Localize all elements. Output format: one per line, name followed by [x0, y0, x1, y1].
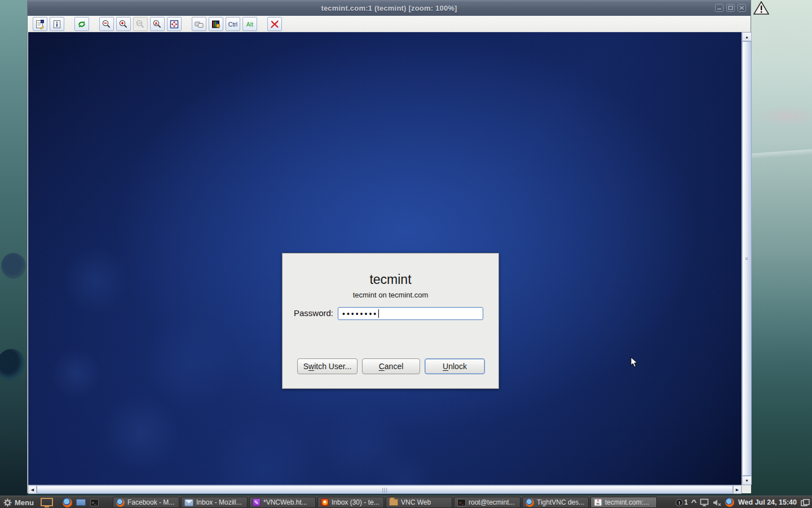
window-title: tecmint.com:1 (tecmint) [zoom: 100%] [321, 4, 457, 12]
terminal-launcher-icon[interactable]: >_ [88, 497, 100, 507]
alt-key-button[interactable]: Alt [242, 17, 257, 31]
refresh-icon[interactable] [74, 17, 89, 31]
horizontal-scrollbar[interactable]: ◀ ||| ▶ [28, 485, 742, 493]
bokeh-circle [51, 348, 102, 399]
notification-icon: ! [676, 499, 683, 506]
task-vncweb-editor[interactable]: ✎ *VNCWeb.ht... [249, 497, 316, 508]
svg-text:A: A [155, 21, 157, 25]
notification-count: 1 [684, 498, 688, 506]
firefox-icon [116, 498, 125, 507]
ctrl-alt-del-icon[interactable] [209, 17, 223, 31]
task-list: Facebook - M... Inbox - Mozill... ✎ *VNC… [113, 497, 657, 508]
ctrl-key-label: Ctrl [228, 21, 237, 28]
scroll-left-button[interactable]: ◀ [28, 485, 37, 494]
firefox-icon [526, 498, 534, 507]
desktop-wallpaper-right [751, 0, 812, 508]
task-inbox-mozilla[interactable]: Inbox - Mozill... [181, 497, 248, 508]
minimize-button[interactable] [715, 4, 723, 12]
display-tray-icon[interactable] [700, 498, 709, 506]
dialog-subtitle: tecmint on tecmint.com [283, 291, 498, 299]
water-droplet [0, 349, 26, 382]
scroll-up-button[interactable]: ▲ [742, 32, 752, 41]
maximize-button[interactable] [726, 4, 735, 12]
viewer-toolbar: 100 A Ctrl Alt [28, 16, 751, 32]
remote-desktop: tecmint tecmint on tecmint.com Password:… [28, 32, 742, 485]
svg-text:nc: nc [597, 502, 600, 505]
folder-icon [389, 499, 398, 506]
close-button[interactable] [738, 4, 746, 12]
password-label: Password: [283, 308, 333, 318]
zoom-auto-icon[interactable]: A [150, 17, 165, 31]
window-controls [715, 4, 746, 12]
task-root-terminal[interactable]: >_ root@tecmint... [454, 497, 520, 508]
water-droplet [1, 253, 26, 279]
bokeh-circle [209, 416, 316, 485]
clock[interactable]: Wed Jul 24, 15:40 [738, 498, 797, 506]
firefox-launcher-icon[interactable] [61, 497, 73, 507]
password-input[interactable]: •••••••• [338, 307, 483, 320]
text-caret [378, 309, 379, 318]
thumb-grip: ||| [382, 487, 387, 492]
menu-label: Menu [15, 498, 34, 507]
alt-key-label: Alt [246, 21, 253, 28]
full-screen-icon[interactable] [167, 17, 182, 31]
volume-muted-icon[interactable] [713, 499, 721, 506]
horizontal-scroll-thumb[interactable]: ||| [37, 485, 733, 494]
vertical-scroll-thumb[interactable]: ≡ [742, 41, 752, 476]
unlock-button[interactable]: Unlock [425, 358, 485, 374]
terminal-icon: >_ [457, 499, 466, 506]
workspace-switcher-icon[interactable] [801, 499, 810, 506]
connection-info-icon[interactable] [50, 17, 64, 31]
warning-triangle-icon[interactable] [753, 1, 769, 15]
switch-user-button[interactable]: Switch User... [297, 358, 358, 374]
zoom-in-icon[interactable] [116, 17, 131, 31]
task-facebook[interactable]: Facebook - M... [113, 497, 179, 508]
dialog-title: tecmint [283, 272, 498, 287]
zoom-out-icon[interactable] [99, 17, 114, 31]
mail-icon [184, 499, 193, 506]
task-vnc-web[interactable]: VNC Web [386, 497, 452, 508]
ctrl-key-button[interactable]: Ctrl [226, 17, 240, 31]
vertical-scrollbar[interactable]: ▲ ≡ ▼ [742, 32, 751, 485]
tightvnc-viewer-window: tecmint.com:1 (tecmint) [zoom: 100%] [27, 0, 751, 493]
window-titlebar[interactable]: tecmint.com:1 (tecmint) [zoom: 100%] [28, 1, 751, 16]
mouse-cursor [630, 357, 638, 368]
taskbar: Menu >_ Facebook - M... Inbox - Mozill..… [0, 496, 812, 508]
task-inbox-30[interactable]: Inbox (30) - te... [317, 497, 384, 508]
wallpaper-streak [749, 149, 812, 159]
text-editor-icon: ✎ [253, 498, 261, 506]
system-tray: ! 1 ^ Wed Jul 24, 15:40 [676, 496, 810, 508]
desktop-wallpaper-left [0, 0, 27, 508]
bokeh-circle [102, 393, 180, 472]
cancel-button[interactable]: Cancel [362, 358, 420, 374]
scroll-down-button[interactable]: ▼ [742, 476, 752, 485]
task-vnc-viewer[interactable]: Vnc tecmint.com:... [590, 497, 657, 508]
firefox-tray-icon[interactable] [725, 498, 734, 507]
firefox-red-icon [321, 498, 329, 506]
thumb-grip: ≡ [745, 256, 748, 261]
wallpaper-mist [757, 106, 812, 126]
task-tightvnc-page[interactable]: TightVNC des... [522, 497, 589, 508]
password-dots: •••••••• [342, 310, 378, 318]
disconnect-icon[interactable] [267, 17, 282, 31]
bokeh-circle [62, 247, 130, 314]
unlock-dialog: tecmint tecmint on tecmint.com Password:… [282, 253, 499, 389]
file-manager-icon[interactable] [74, 497, 87, 507]
send-keys-icon[interactable] [192, 17, 206, 31]
scroll-right-button[interactable]: ▶ [733, 485, 742, 494]
gear-icon [3, 498, 12, 507]
chevron-up-icon[interactable]: ^ [691, 498, 697, 506]
connection-options-icon[interactable] [33, 17, 47, 31]
show-desktop-icon[interactable] [39, 497, 54, 507]
svg-text:100: 100 [137, 21, 142, 24]
notification-indicator[interactable]: ! 1 [676, 498, 688, 506]
outer-desktop: tecmint.com:1 (tecmint) [zoom: 100%] [0, 0, 812, 508]
scrollbar-corner [742, 485, 751, 493]
zoom-100-icon: 100 [133, 17, 148, 31]
vnc-viewer-icon: Vnc [594, 498, 602, 506]
menu-button[interactable]: Menu [3, 496, 34, 508]
